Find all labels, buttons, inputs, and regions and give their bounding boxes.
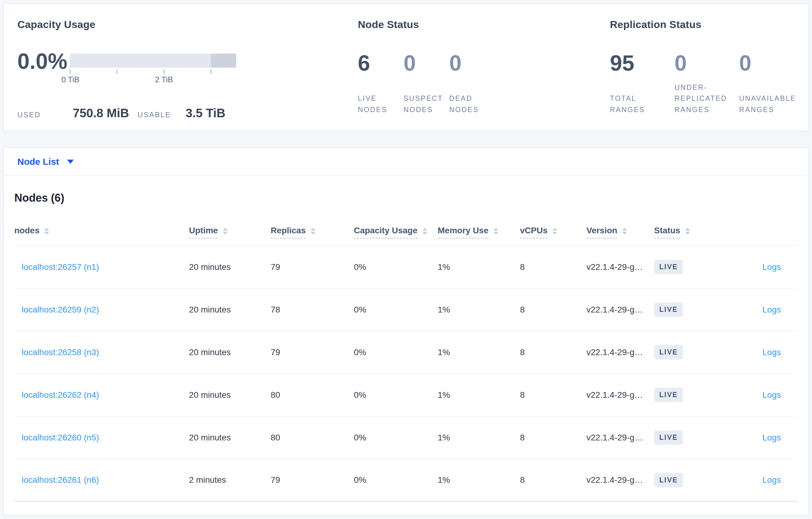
table-header-cell[interactable]: vCPUs	[520, 226, 586, 239]
table-header-label: Version	[586, 226, 617, 239]
memory-use-cell: 1%	[438, 305, 520, 315]
sort-icon	[423, 228, 427, 235]
stat-label: LIVE NODES	[358, 93, 398, 116]
node-address-cell: localhost:26262 (n4)	[14, 390, 189, 400]
table-header-label: vCPUs	[520, 226, 547, 239]
table-header-cell[interactable]: Uptime	[189, 226, 271, 239]
sort-asc-arrow	[423, 228, 427, 231]
node-link[interactable]: localhost:26261 (n6)	[22, 475, 99, 485]
uptime-cell: 20 minutes	[189, 347, 271, 357]
sort-asc-arrow	[311, 228, 316, 231]
capacity-usage-cell: 0%	[354, 262, 438, 272]
tick-label-2tib: 2 TiB	[155, 75, 173, 84]
vcpus-cell: 8	[520, 390, 586, 400]
logs-link[interactable]: Logs	[762, 305, 781, 314]
stat-value: 0	[404, 52, 444, 74]
stat-value: 0	[449, 52, 490, 74]
memory-use-cell: 1%	[438, 390, 520, 400]
node-address-cell: localhost:26257 (n1)	[14, 262, 189, 272]
node-link[interactable]: localhost:26260 (n5)	[22, 433, 99, 442]
capacity-usage-bar: 0 TiB 2 TiB	[70, 54, 236, 84]
logs-cell: Logs	[727, 305, 798, 315]
version-cell: v22.1.4-29-g…	[586, 262, 654, 272]
version-cell: v22.1.4-29-g…	[586, 475, 654, 485]
logs-link[interactable]: Logs	[762, 347, 781, 357]
logs-cell: Logs	[727, 390, 798, 400]
sort-icon	[311, 228, 316, 235]
sort-icon	[493, 228, 498, 235]
table-row: localhost:26262 (n4) 20 minutes 80 0% 1%…	[14, 374, 798, 416]
node-address-cell: localhost:26260 (n5)	[14, 433, 189, 442]
node-status-section: Node Status 6 LIVE NODES 0 SUSPECT NODES…	[358, 19, 516, 122]
node-list-dropdown[interactable]: Node List	[18, 157, 74, 167]
stat-column: 0 UNDER-REPLICATED RANGES	[674, 52, 733, 116]
stat-column: 0 SUSPECT NODES	[404, 52, 444, 116]
nodes-table-wrap: Nodes (6) nodes Uptime	[4, 191, 808, 501]
capacity-usage-cell: 0%	[354, 475, 438, 485]
sort-asc-arrow	[493, 228, 498, 231]
used-value: 750.8 MiB	[73, 106, 129, 120]
replication-status-title: Replication Status	[610, 19, 805, 30]
sort-desc-arrow	[552, 232, 557, 235]
tick-label-0tib: 0 TiB	[61, 75, 79, 84]
stat-label: UNDER-REPLICATED RANGES	[674, 82, 733, 116]
table-header-cell[interactable]: nodes	[14, 226, 189, 239]
table-row: localhost:26261 (n6) 2 minutes 79 0% 1% …	[14, 459, 798, 501]
vcpus-cell: 8	[520, 305, 586, 315]
table-header-cell[interactable]: Capacity Usage	[354, 226, 438, 239]
logs-cell: Logs	[727, 347, 798, 357]
node-link[interactable]: localhost:26259 (n2)	[22, 305, 99, 314]
logs-link[interactable]: Logs	[762, 475, 781, 485]
capacity-percent-value: 0.0%	[18, 50, 67, 72]
table-row: localhost:26260 (n5) 20 minutes 80 0% 1%…	[14, 416, 798, 459]
node-link[interactable]: localhost:26257 (n1)	[22, 262, 99, 272]
status-badge: LIVE	[654, 302, 683, 317]
nodes-table-header: nodes Uptime Replicas	[14, 218, 798, 246]
sort-asc-arrow	[552, 228, 557, 231]
sort-asc-arrow	[223, 228, 228, 231]
used-label: USED	[18, 111, 41, 119]
table-header-label: Replicas	[271, 226, 306, 239]
memory-use-cell: 1%	[438, 347, 520, 357]
status-cell: LIVE	[654, 473, 727, 487]
table-header-label: Memory Use	[438, 226, 489, 239]
logs-link[interactable]: Logs	[762, 433, 781, 442]
version-cell: v22.1.4-29-g…	[586, 347, 654, 357]
logs-link[interactable]: Logs	[762, 262, 781, 272]
status-badge: LIVE	[654, 260, 683, 274]
status-cell: LIVE	[654, 302, 727, 317]
logs-link[interactable]: Logs	[762, 390, 781, 400]
uptime-cell: 20 minutes	[189, 305, 271, 315]
tick-mark	[70, 69, 70, 74]
node-address-cell: localhost:26261 (n6)	[14, 475, 189, 485]
node-list-dropdown-label: Node List	[18, 157, 59, 167]
version-cell: v22.1.4-29-g…	[586, 433, 654, 442]
sort-desc-arrow	[622, 232, 627, 235]
table-header-cell[interactable]: Status	[654, 226, 727, 239]
node-link[interactable]: localhost:26258 (n3)	[22, 347, 99, 357]
sort-icon	[44, 228, 49, 235]
table-header-label: Status	[654, 226, 680, 239]
vcpus-cell: 8	[520, 347, 586, 357]
capacity-usage-cell: 0%	[354, 433, 438, 442]
tick-mark	[211, 69, 211, 74]
uptime-cell: 2 minutes	[189, 475, 271, 485]
node-address-cell: localhost:26258 (n3)	[14, 347, 189, 357]
vcpus-cell: 8	[520, 475, 586, 485]
status-badge: LIVE	[654, 430, 683, 445]
chevron-down-icon	[67, 160, 74, 164]
version-cell: v22.1.4-29-g…	[586, 305, 654, 315]
table-header-cell[interactable]: Version	[586, 226, 654, 239]
node-link[interactable]: localhost:26262 (n4)	[22, 390, 99, 400]
sort-desc-arrow	[311, 232, 316, 235]
table-header-cell[interactable]: Replicas	[271, 226, 354, 239]
stat-column: 0 DEAD NODES	[449, 52, 490, 116]
status-badge: LIVE	[654, 473, 683, 487]
table-header-cell[interactable]: Memory Use	[438, 226, 520, 239]
capacity-bar-ticks	[70, 68, 236, 74]
usable-value: 3.5 TiB	[185, 106, 225, 120]
sort-desc-arrow	[685, 232, 690, 235]
sort-desc-arrow	[223, 232, 228, 235]
cluster-summary-card: Capacity Usage 0.0% 0 TiB 2 TiB USED 750…	[4, 4, 808, 131]
sort-asc-arrow	[685, 228, 690, 231]
